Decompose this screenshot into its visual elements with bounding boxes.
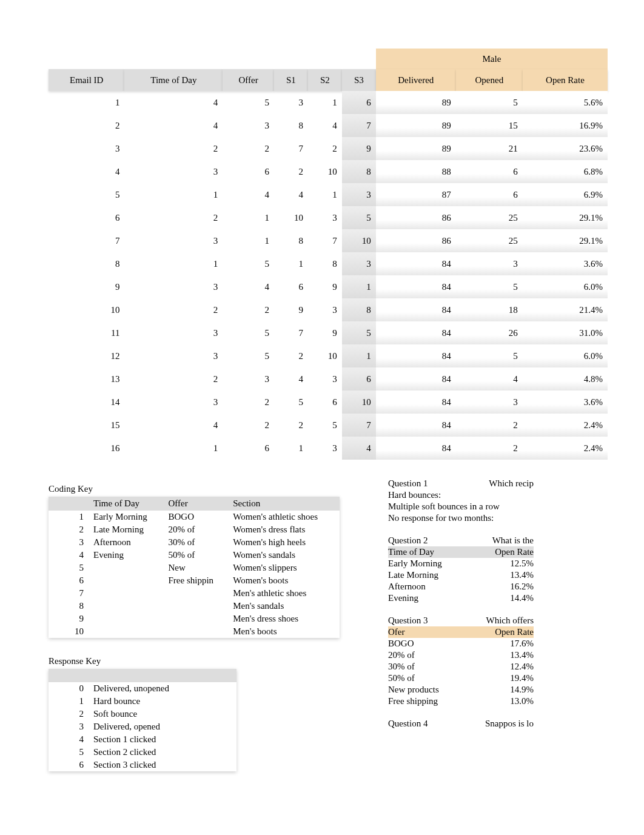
table-cell: 84 <box>376 414 456 437</box>
response-key-title: Response Key <box>49 656 340 666</box>
table-cell: 6.0% <box>523 344 608 367</box>
q3-h-r: Open Rate <box>495 627 534 637</box>
coding-key-table: Time of Day Offer Section 1Early Morning… <box>49 497 340 638</box>
table-cell: 18 <box>456 298 523 321</box>
table-cell: 84 <box>376 321 456 344</box>
table-cell: 8 <box>342 298 376 321</box>
table-cell: 84 <box>376 252 456 275</box>
table-cell: 4 <box>49 733 89 746</box>
male-group-header: Male <box>376 49 608 69</box>
group-header-row: Male <box>49 49 608 69</box>
question-4: Question 4 Snappos is lo <box>388 718 608 729</box>
table-row: 15422578422.4% <box>49 414 608 437</box>
table-cell: 1 <box>49 91 124 114</box>
table-cell: 1 <box>342 275 376 298</box>
table-cell: 6 <box>308 391 342 414</box>
q3-row: 50% of19.4% <box>388 672 534 684</box>
table-cell: 3 <box>223 367 274 391</box>
table-cell: 9 <box>274 298 308 321</box>
coding-key-title: Coding Key <box>49 484 340 494</box>
table-cell: Early Morning <box>89 511 163 523</box>
table-cell: 4 <box>124 91 223 114</box>
table-cell: 2 <box>274 160 308 183</box>
table-cell: 6 <box>456 183 523 206</box>
table-cell <box>89 562 163 574</box>
table-cell: Late Morning <box>89 523 163 536</box>
table-cell <box>163 625 228 638</box>
table-cell: Free shippin <box>163 574 228 587</box>
table-cell: 15 <box>456 114 523 137</box>
col-s2: S2 <box>308 69 342 91</box>
coding-key-h3: Section <box>228 497 340 511</box>
table-cell: 3 <box>124 391 223 414</box>
table-cell: 3 <box>456 252 523 275</box>
table-cell: Men's athletic shoes <box>228 587 340 600</box>
table-row: 5Section 2 clicked <box>49 746 236 759</box>
table-cell <box>89 574 163 587</box>
table-cell: 87 <box>376 183 456 206</box>
table-cell: 3 <box>49 720 89 733</box>
q2-row: Early Morning12.5% <box>388 558 534 569</box>
table-cell: 4.8% <box>523 367 608 391</box>
table-cell <box>89 600 163 612</box>
table-cell: 5 <box>223 321 274 344</box>
table-cell: 6.0% <box>523 275 608 298</box>
table-cell: 2 <box>124 137 223 160</box>
q1-title-r: Which recip <box>489 478 534 489</box>
response-key-table: 0Delivered, unopened1Hard bounce2Soft bo… <box>49 669 236 771</box>
table-cell: Evening <box>89 549 163 562</box>
col-delivered: Delivered <box>376 69 456 91</box>
table-cell: Delivered, unopened <box>89 682 236 695</box>
q3-row: 20% of13.4% <box>388 649 534 661</box>
q3-h-l: Ofer <box>388 627 404 637</box>
table-cell: 3 <box>49 536 89 549</box>
table-cell: 2 <box>274 344 308 367</box>
table-cell: Women's boots <box>228 574 340 587</box>
table-cell: 9 <box>49 612 89 625</box>
table-row: 8151838433.6% <box>49 252 608 275</box>
table-cell <box>163 600 228 612</box>
table-cell: 84 <box>376 437 456 460</box>
table-cell: 2 <box>223 414 274 437</box>
table-cell: 12 <box>49 344 124 367</box>
table-cell: Men's boots <box>228 625 340 638</box>
table-cell: Soft bounce <box>89 708 236 720</box>
table-cell: 3 <box>124 321 223 344</box>
table-cell <box>163 612 228 625</box>
q2-h-r: Open Rate <box>495 547 534 557</box>
col-offer: Offer <box>223 69 274 91</box>
q2-cell: Early Morning <box>388 558 442 569</box>
table-cell: 84 <box>376 367 456 391</box>
table-cell: 4 <box>124 414 223 437</box>
table-cell: 13 <box>49 367 124 391</box>
table-row: 1Early MorningBOGOWomen's athletic shoes <box>49 511 340 523</box>
table-row: 8Men's sandals <box>49 600 340 612</box>
table-row: 6Free shippinWomen's boots <box>49 574 340 587</box>
table-cell: Women's sandals <box>228 549 340 562</box>
q3-cell: 30% of <box>388 662 415 672</box>
table-cell: 3 <box>308 437 342 460</box>
table-cell: 1 <box>342 344 376 367</box>
table-cell: 10 <box>342 391 376 414</box>
table-cell: 8 <box>342 160 376 183</box>
table-cell: 21 <box>456 137 523 160</box>
table-row: 3Delivered, opened <box>49 720 236 733</box>
table-cell: 6 <box>223 437 274 460</box>
table-cell: 10 <box>274 206 308 229</box>
table-cell: 1 <box>124 437 223 460</box>
table-cell: Afternoon <box>89 536 163 549</box>
table-cell: 1 <box>223 206 274 229</box>
table-cell: 2 <box>49 523 89 536</box>
table-cell: Section 2 clicked <box>89 746 236 759</box>
q3-cell: 19.4% <box>510 673 534 683</box>
table-cell: 30% of <box>163 536 228 549</box>
table-cell: Women's dress flats <box>228 523 340 536</box>
table-cell: Delivered, opened <box>89 720 236 733</box>
table-cell: 1 <box>124 252 223 275</box>
table-cell: 89 <box>376 114 456 137</box>
table-cell: 4 <box>223 183 274 206</box>
table-cell: 2 <box>49 114 124 137</box>
q3-cell: 12.4% <box>510 662 534 672</box>
table-cell: 25 <box>456 229 523 252</box>
table-cell: 15 <box>49 414 124 437</box>
